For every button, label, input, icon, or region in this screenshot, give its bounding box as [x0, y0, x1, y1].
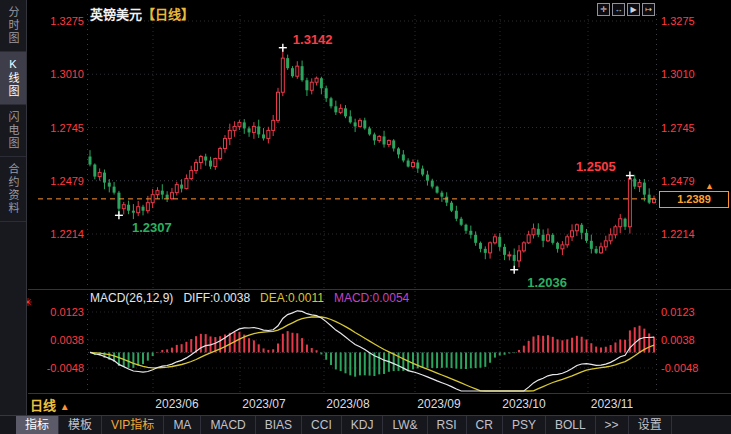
x-axis-label-5: 2023/11 [580, 397, 644, 411]
toolbar-item-12[interactable]: BOLL [546, 416, 596, 434]
macd-tick-right-0: 0.0123 [661, 306, 725, 318]
price-tick-right-4: 1.2214 [661, 228, 725, 240]
toolbar-item-1[interactable]: 模板 [59, 416, 102, 434]
toolbar-item-11[interactable]: PSY [503, 416, 546, 434]
sidebar-tab-1[interactable]: K线图 [0, 52, 26, 105]
toolbar-item-7[interactable]: KDJ [342, 416, 384, 434]
pan-tool-icon[interactable]: ✛ [597, 3, 610, 16]
macd-dea-value: DEA:0.0011 [260, 291, 324, 305]
price-tick-left-0: 1.3275 [34, 15, 84, 27]
toolbar-item-4[interactable]: MACD [201, 416, 255, 434]
chart-type-sidebar: 分时图K线图闪电图合约资料 [0, 0, 27, 434]
indicator-toolbar: 指标模板VIP指标MAMACDBIASCCIKDJLW&RSICRPSYBOLL… [0, 415, 731, 434]
price-annotation-trough-october: 1.2036 [527, 275, 567, 290]
macd-tick-right-1: 0.0038 [661, 334, 725, 346]
macd-readout: MACD(26,12,9) DIFF:0.0038 DEA:0.0011 MAC… [90, 291, 409, 305]
x-axis-label-0: 2023/06 [145, 397, 209, 411]
macd-tick-right-2: -0.0048 [661, 362, 725, 374]
toolbar-item-8[interactable]: LW& [383, 416, 427, 434]
price-annotation-peak: 1.3142 [293, 32, 333, 47]
toolbar-item-13[interactable]: >> [596, 416, 629, 434]
toolbar-item-10[interactable]: CR [467, 416, 503, 434]
candlestick-chart-canvas[interactable] [0, 0, 731, 434]
x-axis-label-4: 2023/10 [492, 397, 556, 411]
horizontal-scale-icon[interactable]: ↔ [612, 3, 625, 16]
current-price-badge: 1.2389 [659, 191, 729, 208]
period-selector[interactable]: 日线 ▲ [30, 395, 70, 414]
toolbar-item-9[interactable]: RSI [428, 416, 467, 434]
shift-right-icon[interactable]: ↦ [642, 3, 655, 16]
macd-macd-value: MACD:0.0054 [334, 291, 409, 305]
chart-tools-group: ✛↔▶↦ [597, 3, 655, 16]
price-tick-left-1: 1.3010 [34, 68, 84, 80]
price-tick-left-4: 1.2214 [34, 228, 84, 240]
toolbar-item-6[interactable]: CCI [302, 416, 342, 434]
price-tick-right-0: 1.3275 [661, 15, 725, 27]
chart-title: 英镑美元【日线】 [90, 4, 194, 23]
symbol-name: 英镑美元 [90, 7, 142, 22]
period-selector-label: 日线 [30, 398, 56, 413]
sidebar-tab-0[interactable]: 分时图 [0, 0, 26, 52]
period-name: 【日线】 [142, 7, 194, 22]
x-axis-label-3: 2023/09 [407, 397, 471, 411]
x-axis-label-1: 2023/07 [232, 397, 296, 411]
macd-tick-left-0: 0.0123 [34, 306, 84, 318]
price-tick-right-3: 1.2479 [661, 175, 725, 187]
price-tick-right-1: 1.3010 [661, 68, 725, 80]
macd-diff-value: DIFF:0.0038 [183, 291, 250, 305]
toolbar-item-0[interactable]: 指标 [16, 416, 59, 434]
price-annotation-trough-june: 1.2307 [132, 220, 172, 235]
price-tick-right-2: 1.2745 [661, 122, 725, 134]
macd-params-label: MACD(26,12,9) [90, 291, 173, 305]
toolbar-item-14[interactable]: 设置 [629, 416, 672, 434]
toolbar-item-2[interactable]: VIP指标 [102, 416, 164, 434]
x-axis-label-2: 2023/08 [316, 397, 380, 411]
sidebar-tab-2[interactable]: 闪电图 [0, 105, 26, 157]
period-selector-arrow-icon: ▲ [60, 401, 70, 412]
price-tick-left-2: 1.2745 [34, 122, 84, 134]
axis-divider [28, 393, 731, 394]
macd-tick-left-2: -0.0048 [34, 362, 84, 374]
price-tick-left-3: 1.2479 [34, 175, 84, 187]
trading-app-window: 分时图K线图闪电图合约资料 英镑美元【日线】 ✛↔▶↦ ✳ MACD(26,12… [0, 0, 731, 434]
current-price-arrow-icon: ▲ [705, 182, 714, 191]
macd-tick-left-1: 0.0038 [34, 334, 84, 346]
sidebar-tab-3[interactable]: 合约资料 [0, 157, 26, 222]
toolbar-item-5[interactable]: BIAS [256, 416, 302, 434]
panel-divider [28, 289, 731, 290]
toolbar-item-3[interactable]: MA [164, 416, 201, 434]
auto-play-icon[interactable]: ▶ [627, 3, 640, 16]
price-annotation-recent-peak: 1.2505 [576, 159, 616, 174]
